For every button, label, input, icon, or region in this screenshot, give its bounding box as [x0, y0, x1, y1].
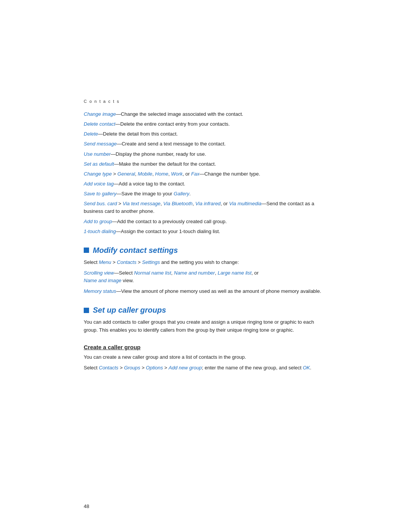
- send-message-text: —Create and send a text message to the c…: [117, 141, 226, 147]
- delete-link: Delete: [84, 131, 98, 137]
- modify-contact-title: Modify contact settings: [93, 246, 178, 255]
- use-number-text: —Display the phone number, ready for use…: [111, 151, 206, 157]
- create-contacts-link: Contacts: [99, 365, 118, 371]
- name-and-number-link: Name and number: [174, 270, 215, 276]
- scrolling-view-link: Scrolling view: [84, 270, 114, 276]
- via-text-message-link: Via text message: [123, 201, 160, 206]
- list-item: Save to gallery—Save the image to your G…: [84, 190, 327, 198]
- blue-square-icon-2: [84, 308, 89, 313]
- list-item: Delete—Delete the detail from this conta…: [84, 130, 327, 138]
- set-up-caller-body: You can add contacts to caller groups th…: [84, 318, 327, 334]
- set-up-caller-heading: Set up caller groups: [84, 306, 327, 315]
- list-item: Change type > General, Mobile, Home, Wor…: [84, 170, 327, 178]
- delete-text: —Delete the detail from this contact.: [98, 131, 178, 137]
- list-item: Delete contact—Delete the entire contact…: [84, 120, 327, 128]
- change-image-link: Change image: [84, 111, 116, 117]
- set-up-caller-title: Set up caller groups: [93, 306, 166, 315]
- scrolling-view-item: Scrolling view—Select Normal name list, …: [84, 269, 327, 284]
- contacts-link: Contacts: [117, 259, 136, 265]
- save-to-gallery-link: Save to gallery: [84, 191, 116, 197]
- memory-status-item: Memory status—View the amount of phone m…: [84, 288, 327, 295]
- work-link: Work: [171, 171, 183, 177]
- name-and-image-link: Name and image: [84, 278, 121, 283]
- send-message-link: Send message: [84, 141, 117, 147]
- create-caller-group-body2: Select Contacts > Groups > Options > Add…: [84, 364, 327, 372]
- ok-link: OK: [303, 365, 310, 371]
- add-voice-tag-link: Add voice tag: [84, 181, 114, 187]
- list-item: Add voice tag—Add a voice tag to the con…: [84, 180, 327, 188]
- 1-touch-dialing-link: 1-touch dialing: [84, 228, 116, 234]
- list-item: Use number—Display the phone number, rea…: [84, 150, 327, 158]
- create-caller-group-body1: You can create a new caller group and st…: [84, 353, 327, 361]
- change-image-text: —Change the selected image associated wi…: [116, 111, 244, 117]
- change-type-arrow: >: [112, 171, 118, 177]
- 1-touch-dialing-text: —Assign the contact to your 1-touch dial…: [116, 228, 220, 234]
- section-label: C o n t a c t s: [84, 99, 327, 104]
- list-item: 1-touch dialing—Assign the contact to yo…: [84, 228, 327, 235]
- page: C o n t a c t s Change image—Change the …: [0, 0, 411, 532]
- delete-contact-link: Delete contact: [84, 121, 115, 127]
- mobile-link: Mobile: [138, 171, 152, 177]
- delete-contact-text: —Delete the entire contact entry from yo…: [115, 121, 230, 127]
- add-voice-tag-text: —Add a voice tag to the contact.: [114, 181, 185, 187]
- list-item: Add to group—Add the contact to a previo…: [84, 218, 327, 225]
- memory-status-text: —View the amount of phone memory used as…: [116, 288, 321, 294]
- general-link: General: [118, 171, 135, 177]
- normal-name-list-link: Normal name list: [134, 270, 171, 276]
- memory-status-link: Memory status: [84, 288, 116, 294]
- blue-square-icon: [84, 248, 89, 253]
- settings-link: Settings: [142, 259, 160, 265]
- page-number: 48: [84, 503, 89, 509]
- save-gallery-prefix: —Save the image to your: [116, 191, 174, 197]
- send-bus-card-link: Send bus. card: [84, 201, 117, 206]
- change-type-text: —Change the number type.: [199, 171, 260, 177]
- list-item: Change image—Change the selected image a…: [84, 110, 327, 118]
- via-infrared-link: Via infrared: [195, 201, 220, 206]
- modify-contact-heading: Modify contact settings: [84, 246, 327, 255]
- use-number-link: Use number: [84, 151, 111, 157]
- via-bluetooth-link: Via Bluetooth: [163, 201, 193, 206]
- list-item: Send message—Create and send a text mess…: [84, 140, 327, 148]
- bullet-list: Change image—Change the selected image a…: [84, 110, 327, 235]
- create-caller-group-heading: Create a caller group: [84, 344, 327, 350]
- options-link: Options: [146, 365, 163, 371]
- add-to-group-text: —Add the contact to a previously created…: [112, 219, 226, 224]
- change-type-link: Change type: [84, 171, 112, 177]
- modify-contact-intro: Select Menu > Contacts > Settings and th…: [84, 259, 327, 266]
- add-to-group-link: Add to group: [84, 219, 112, 224]
- set-as-default-text: —Make the number the default for the con…: [114, 161, 216, 167]
- large-name-list-link: Large name list: [218, 270, 252, 276]
- intro-text: Select: [84, 259, 99, 265]
- add-new-group-link: Add new group: [169, 365, 202, 371]
- fax-link: Fax: [191, 171, 199, 177]
- menu-link: Menu: [99, 259, 112, 265]
- home-link: Home: [155, 171, 169, 177]
- list-item: Send bus. card > Via text message, Via B…: [84, 200, 327, 215]
- groups-link: Groups: [124, 365, 140, 371]
- via-multimedia-link: Via multimedia: [229, 201, 261, 206]
- list-item: Set as default—Make the number the defau…: [84, 160, 327, 168]
- set-as-default-link: Set as default: [84, 161, 114, 167]
- gallery-link: Gallery: [174, 191, 189, 197]
